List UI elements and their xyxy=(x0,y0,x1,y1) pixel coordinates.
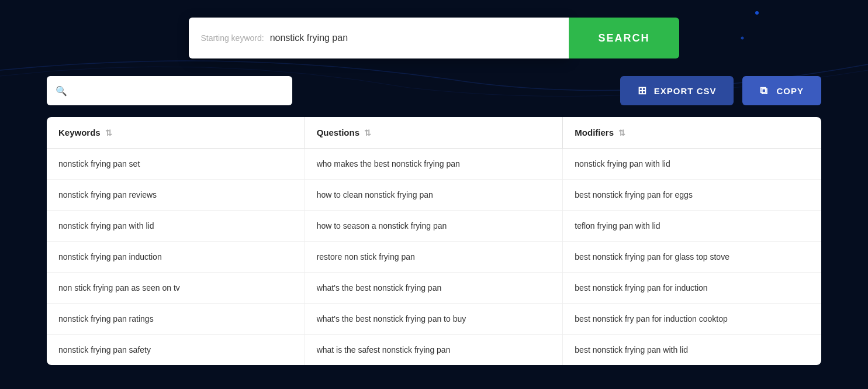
table-row: nonstick frying pan reviewshow to clean … xyxy=(47,180,821,211)
copy-button[interactable]: COPY xyxy=(742,76,821,105)
table-row: nonstick frying pan ratingswhat's the be… xyxy=(47,304,821,335)
copy-icon xyxy=(760,85,770,96)
table-row: non stick frying pan as seen on tvwhat's… xyxy=(47,273,821,304)
cell-question: what's the best nonstick frying pan xyxy=(305,273,563,303)
filter-search-bar: 🔍 xyxy=(47,76,292,105)
table-row: nonstick frying pan safetywhat is the sa… xyxy=(47,335,821,365)
filter-input[interactable] xyxy=(73,86,283,95)
search-button[interactable]: SEARCH xyxy=(569,18,679,58)
cell-question: what is the safest nonstick frying pan xyxy=(305,335,563,365)
results-table: Keywords ⇅ Questions ⇅ Modifiers ⇅ nonst… xyxy=(47,117,821,365)
cell-modifier: nonstick frying pan with lid xyxy=(563,149,821,179)
cell-keyword: nonstick frying pan ratings xyxy=(47,304,305,334)
cell-question: who makes the best nonstick frying pan xyxy=(305,149,563,179)
cell-keyword: non stick frying pan as seen on tv xyxy=(47,273,305,303)
export-label: EXPORT CSV xyxy=(654,86,717,96)
table-row: nonstick frying pan setwho makes the bes… xyxy=(47,149,821,180)
search-bar: Starting keyword: xyxy=(189,18,569,58)
modifiers-label: Modifiers xyxy=(575,128,614,137)
sort-questions-icon[interactable]: ⇅ xyxy=(364,128,371,137)
cell-question: restore non stick frying pan xyxy=(305,242,563,272)
top-search-section: Starting keyword: SEARCH xyxy=(0,0,868,76)
cell-keyword: nonstick frying pan with lid xyxy=(47,211,305,241)
cell-question: how to season a nonstick frying pan xyxy=(305,211,563,241)
table-row: nonstick frying pan inductionrestore non… xyxy=(47,242,821,273)
cell-modifier: best nonstick frying pan for glass top s… xyxy=(563,242,821,272)
table-row: nonstick frying pan with lidhow to seaso… xyxy=(47,211,821,242)
cell-modifier: teflon frying pan with lid xyxy=(563,211,821,241)
keywords-label: Keywords xyxy=(58,128,101,137)
sort-keywords-icon[interactable]: ⇅ xyxy=(105,128,112,137)
sort-modifiers-icon[interactable]: ⇅ xyxy=(618,128,625,137)
col-header-keywords: Keywords ⇅ xyxy=(47,117,305,148)
col-header-questions: Questions ⇅ xyxy=(305,117,563,148)
table-header: Keywords ⇅ Questions ⇅ Modifiers ⇅ xyxy=(47,117,821,149)
action-bar: 🔍 EXPORT CSV COPY xyxy=(47,76,821,105)
cell-modifier: best nonstick frying pan with lid xyxy=(563,335,821,365)
cell-question: how to clean nonstick frying pan xyxy=(305,180,563,210)
cell-keyword: nonstick frying pan reviews xyxy=(47,180,305,210)
grid-icon xyxy=(638,85,648,96)
cell-modifier: best nonstick frying pan for eggs xyxy=(563,180,821,210)
table-body: nonstick frying pan setwho makes the bes… xyxy=(47,149,821,365)
col-header-modifiers: Modifiers ⇅ xyxy=(563,117,821,148)
action-buttons: EXPORT CSV COPY xyxy=(620,76,821,105)
cell-keyword: nonstick frying pan set xyxy=(47,149,305,179)
main-content: 🔍 EXPORT CSV COPY Keywords ⇅ Questions ⇅ xyxy=(0,76,868,365)
copy-label: COPY xyxy=(776,86,804,96)
questions-label: Questions xyxy=(317,128,359,137)
export-csv-button[interactable]: EXPORT CSV xyxy=(620,76,734,105)
cell-question: what's the best nonstick frying pan to b… xyxy=(305,304,563,334)
cell-keyword: nonstick frying pan induction xyxy=(47,242,305,272)
keyword-input[interactable] xyxy=(270,33,558,43)
cell-modifier: best nonstick fry pan for induction cook… xyxy=(563,304,821,334)
cell-keyword: nonstick frying pan safety xyxy=(47,335,305,365)
cell-modifier: best nonstick frying pan for induction xyxy=(563,273,821,303)
search-label: Starting keyword: xyxy=(200,33,264,43)
search-icon: 🔍 xyxy=(56,85,67,97)
